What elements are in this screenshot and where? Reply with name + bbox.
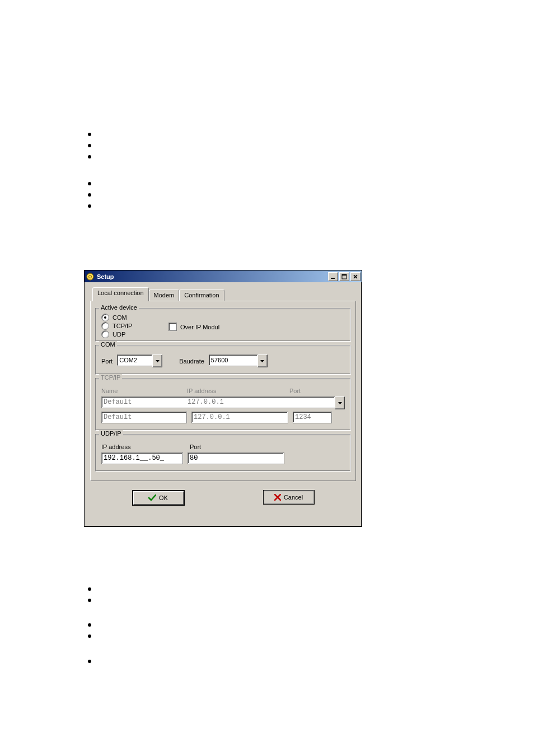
- list-bullet: [88, 587, 91, 591]
- tab-local-connection[interactable]: Local connection: [92, 287, 149, 301]
- label-baudrate: Baudrate: [179, 358, 204, 365]
- group-tcpip: TCP/IP Name IP address Port Default 127.…: [95, 378, 351, 431]
- preset-ip: 127.0.0.1: [188, 398, 224, 407]
- setup-window: Setup Local connection Modem Confirmatio…: [84, 270, 362, 527]
- group-active-device: Active device COM TCP/IP UDP: [95, 308, 351, 342]
- list-bullet: [88, 623, 91, 627]
- label-port: Port: [190, 444, 201, 450]
- checkbox-icon: [168, 323, 177, 331]
- minimize-button[interactable]: [328, 272, 338, 281]
- radio-com[interactable]: COM: [101, 314, 168, 321]
- label-ip: IP address: [101, 444, 185, 450]
- group-udpip: UDP/IP IP address Port 192.168.1__.50_ 8…: [95, 434, 351, 472]
- titlebar[interactable]: Setup: [85, 270, 362, 282]
- group-legend: Active device: [99, 304, 139, 311]
- group-com: COM Port COM2 Baudrate 57600: [95, 345, 351, 375]
- list-bullet: [88, 155, 91, 158]
- group-legend: UDP/IP: [99, 430, 123, 437]
- button-label: Cancel: [284, 494, 303, 501]
- tab-label: Modem: [154, 292, 175, 298]
- combo-tcpip-preset[interactable]: Default 127.0.0.1: [101, 396, 345, 409]
- preset-name: Default: [104, 398, 188, 407]
- combo-baudrate[interactable]: 57600: [209, 354, 268, 367]
- label-port: Port: [101, 358, 113, 365]
- chevron-down-icon[interactable]: [152, 354, 162, 367]
- group-legend: COM: [99, 341, 117, 348]
- list-bullet: [88, 204, 91, 208]
- radio-label: UDP: [113, 331, 125, 338]
- cancel-button[interactable]: Cancel: [263, 490, 315, 505]
- group-legend: TCP/IP: [99, 374, 122, 381]
- check-icon: [148, 494, 156, 501]
- header-name: Name: [101, 388, 182, 394]
- input-tcpip-ip[interactable]: 127.0.0.1: [191, 412, 288, 423]
- radio-label: TCP/IP: [113, 323, 132, 329]
- chevron-down-icon[interactable]: [257, 354, 268, 367]
- combo-value: 57600: [209, 354, 257, 366]
- radio-label: COM: [113, 314, 127, 321]
- ok-button[interactable]: OK: [132, 490, 185, 506]
- header-port: Port: [289, 388, 301, 394]
- tab-label: Confirmation: [184, 292, 219, 298]
- combo-com-port[interactable]: COM2: [117, 354, 162, 367]
- list-bullet: [88, 133, 91, 136]
- svg-rect-4: [342, 274, 346, 276]
- window-title: Setup: [97, 273, 328, 280]
- list-bullet: [88, 599, 91, 602]
- button-bar: OK Cancel: [90, 490, 356, 506]
- radio-tcpip[interactable]: TCP/IP: [101, 322, 168, 330]
- close-icon: [274, 494, 281, 501]
- checkbox-label: Over IP Modul: [180, 324, 219, 330]
- list-bullet: [88, 144, 91, 147]
- tab-page-local: Active device COM TCP/IP UDP: [90, 301, 356, 481]
- list-bullet: [88, 634, 91, 638]
- radio-icon: [101, 330, 109, 338]
- app-icon: [86, 272, 95, 281]
- tab-strip: Local connection Modem Confirmation: [92, 289, 356, 301]
- chevron-down-icon[interactable]: [335, 396, 345, 409]
- list-bullet: [88, 660, 91, 663]
- radio-icon: [101, 322, 109, 330]
- list-bullet: [88, 193, 91, 197]
- combo-value: COM2: [117, 354, 152, 366]
- radio-udp[interactable]: UDP: [101, 330, 168, 338]
- header-ip: IP address: [187, 388, 285, 394]
- tab-label: Local connection: [97, 290, 144, 296]
- svg-rect-2: [331, 278, 335, 279]
- radio-icon: [101, 314, 109, 321]
- list-bullet: [88, 182, 91, 185]
- input-udp-ip[interactable]: 192.168.1__.50_: [101, 452, 183, 464]
- input-tcpip-name[interactable]: Default: [101, 412, 187, 423]
- maximize-button[interactable]: [339, 272, 349, 281]
- input-udp-port[interactable]: 80: [188, 452, 284, 464]
- close-button[interactable]: [350, 272, 360, 281]
- button-label: OK: [159, 494, 168, 501]
- input-tcpip-port[interactable]: 1234: [293, 412, 332, 423]
- checkbox-over-ip-modul[interactable]: Over IP Modul: [168, 323, 219, 331]
